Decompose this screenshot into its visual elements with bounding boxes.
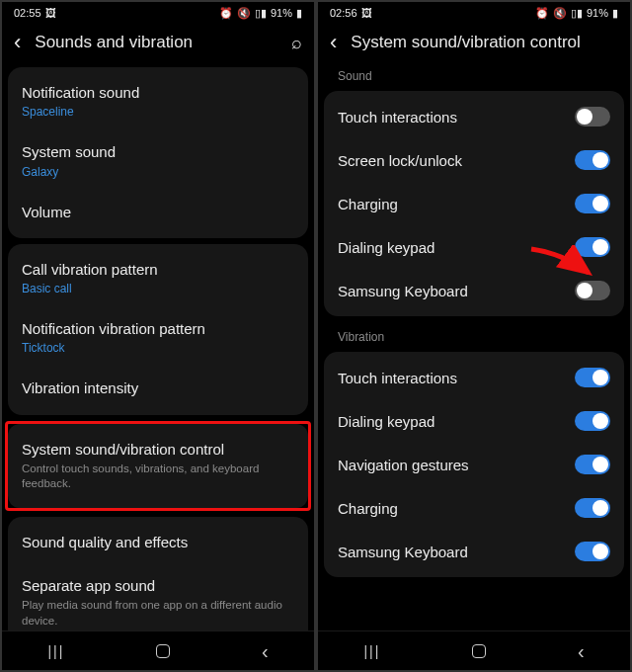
item-title: Vibration intensity bbox=[22, 378, 294, 398]
settings-content: Notification sound Spaceline System soun… bbox=[2, 61, 314, 630]
item-value: Basic call bbox=[22, 282, 294, 295]
item-system-sound-vibration-control[interactable]: System sound/vibration control Control t… bbox=[8, 428, 308, 504]
toggle-switch[interactable] bbox=[575, 150, 610, 170]
item-vibration-intensity[interactable]: Vibration intensity bbox=[8, 367, 308, 410]
row-title: Dialing keypad bbox=[338, 239, 434, 256]
toggle-switch[interactable] bbox=[575, 237, 610, 257]
toggle-knob bbox=[577, 109, 592, 125]
toggle-row-samsung-keyboard[interactable]: Samsung Keyboard bbox=[324, 269, 624, 312]
toggle-switch[interactable] bbox=[575, 368, 610, 387]
toggle-switch[interactable] bbox=[575, 455, 610, 474]
status-bar: 02:56 🖼 ⏰ 🔇 ▯▮ 91% ▮ bbox=[318, 2, 630, 24]
toggle-row-touch-interactions[interactable]: Touch interactions bbox=[324, 356, 624, 399]
toggle-row-touch-interactions[interactable]: Touch interactions bbox=[324, 95, 624, 138]
toggle-row-charging[interactable]: Charging bbox=[324, 486, 624, 530]
row-title: Screen lock/unlock bbox=[338, 152, 462, 169]
item-title: Sound quality and effects bbox=[22, 533, 294, 552]
row-title: Samsung Keyboard bbox=[338, 283, 468, 299]
item-title: Separate app sound bbox=[22, 576, 294, 596]
row-title: Touch interactions bbox=[338, 109, 457, 126]
search-icon[interactable]: ⌕ bbox=[291, 33, 302, 53]
nav-recent-button[interactable] bbox=[47, 643, 64, 659]
section-label-sound: Sound bbox=[324, 61, 624, 85]
nav-home-button[interactable] bbox=[156, 644, 170, 658]
header: ‹ Sounds and vibration ⌕ bbox=[2, 24, 314, 61]
row-title: Dialing keypad bbox=[338, 413, 434, 430]
row-title: Charging bbox=[338, 500, 398, 517]
toggle-row-navigation-gestures[interactable]: Navigation gestures bbox=[324, 443, 624, 486]
toggle-row-dialing-keypad[interactable]: Dialing keypad bbox=[324, 225, 624, 269]
toggle-knob bbox=[577, 283, 592, 298]
item-value: Galaxy bbox=[22, 165, 294, 179]
toggle-knob bbox=[592, 544, 608, 559]
status-time: 02:56 bbox=[330, 7, 357, 19]
back-icon[interactable]: ‹ bbox=[14, 32, 21, 53]
toggle-row-charging[interactable]: Charging bbox=[324, 182, 624, 225]
back-icon[interactable]: ‹ bbox=[330, 32, 337, 53]
item-volume[interactable]: Volume bbox=[8, 191, 308, 234]
row-title: Samsung Keyboard bbox=[338, 544, 468, 560]
image-icon: 🖼 bbox=[45, 7, 56, 19]
item-value: Spaceline bbox=[22, 105, 294, 119]
nav-back-button[interactable]: ‹ bbox=[262, 641, 269, 661]
phone-left: 02:55 🖼 ⏰ 🔇 ▯▮ 91% ▮ ‹ Sounds and vibrat… bbox=[2, 2, 314, 670]
item-title: Call vibration pattern bbox=[22, 260, 294, 280]
group-sounds: Notification sound Spaceline System soun… bbox=[8, 67, 308, 238]
settings-content: Sound Touch interactionsScreen lock/unlo… bbox=[318, 61, 630, 630]
item-value: Ticktock bbox=[22, 341, 294, 355]
item-notification-vibration[interactable]: Notification vibration pattern Ticktock bbox=[8, 307, 308, 367]
battery-text: 91% bbox=[587, 7, 608, 19]
group-advanced: Sound quality and effects Separate app s… bbox=[8, 517, 308, 630]
battery-text: 91% bbox=[271, 7, 292, 19]
status-time: 02:55 bbox=[14, 7, 41, 19]
item-separate-app-sound[interactable]: Separate app sound Play media sound from… bbox=[8, 564, 308, 630]
page-title: Sounds and vibration bbox=[35, 33, 277, 52]
toggle-switch[interactable] bbox=[575, 281, 610, 300]
row-title: Navigation gestures bbox=[338, 457, 469, 473]
alarm-icon: ⏰ bbox=[219, 7, 233, 20]
toggle-knob bbox=[592, 196, 608, 211]
item-title: System sound bbox=[22, 142, 294, 162]
toggle-switch[interactable] bbox=[575, 498, 610, 518]
header: ‹ System sound/vibration control bbox=[318, 24, 630, 61]
toggle-knob bbox=[592, 370, 608, 385]
signal-icon: ▯▮ bbox=[571, 7, 583, 20]
nav-bar: ‹ bbox=[318, 630, 630, 670]
toggle-switch[interactable] bbox=[575, 107, 610, 126]
highlight-box: System sound/vibration control Control t… bbox=[5, 421, 311, 511]
section-label-vibration: Vibration bbox=[324, 322, 624, 346]
toggle-row-screen-lock-unlock[interactable]: Screen lock/unlock bbox=[324, 138, 624, 182]
group-vibration-toggles: Touch interactionsDialing keypadNavigati… bbox=[324, 352, 624, 577]
toggle-switch[interactable] bbox=[575, 194, 610, 213]
item-sound-quality[interactable]: Sound quality and effects bbox=[8, 521, 308, 564]
battery-icon: ▮ bbox=[612, 7, 618, 20]
status-bar: 02:55 🖼 ⏰ 🔇 ▯▮ 91% ▮ bbox=[2, 2, 314, 24]
toggle-knob bbox=[592, 457, 608, 472]
signal-icon: ▯▮ bbox=[255, 7, 267, 20]
nav-back-button[interactable]: ‹ bbox=[578, 641, 585, 661]
nav-recent-button[interactable] bbox=[363, 643, 380, 659]
toggle-knob bbox=[592, 239, 608, 255]
item-title: Notification vibration pattern bbox=[22, 319, 294, 339]
item-call-vibration[interactable]: Call vibration pattern Basic call bbox=[8, 248, 308, 307]
item-description: Control touch sounds, vibrations, and ke… bbox=[22, 462, 294, 492]
group-vibration: Call vibration pattern Basic call Notifi… bbox=[8, 244, 308, 415]
toggle-row-dialing-keypad[interactable]: Dialing keypad bbox=[324, 399, 624, 443]
toggle-row-samsung-keyboard[interactable]: Samsung Keyboard bbox=[324, 530, 624, 573]
nav-home-button[interactable] bbox=[472, 644, 486, 658]
toggle-switch[interactable] bbox=[575, 411, 610, 431]
toggle-knob bbox=[592, 152, 608, 168]
toggle-knob bbox=[592, 500, 608, 516]
row-title: Touch interactions bbox=[338, 370, 457, 386]
item-system-sound[interactable]: System sound Galaxy bbox=[8, 130, 308, 190]
row-title: Charging bbox=[338, 196, 398, 212]
item-title: System sound/vibration control bbox=[22, 440, 294, 460]
toggle-knob bbox=[592, 413, 608, 429]
image-icon: 🖼 bbox=[361, 7, 372, 19]
item-notification-sound[interactable]: Notification sound Spaceline bbox=[8, 71, 308, 130]
mute-icon: 🔇 bbox=[237, 7, 251, 20]
item-description: Play media sound from one app on a diffe… bbox=[22, 598, 294, 629]
toggle-switch[interactable] bbox=[575, 542, 610, 561]
nav-bar: ‹ bbox=[2, 630, 314, 670]
alarm-icon: ⏰ bbox=[535, 7, 549, 20]
